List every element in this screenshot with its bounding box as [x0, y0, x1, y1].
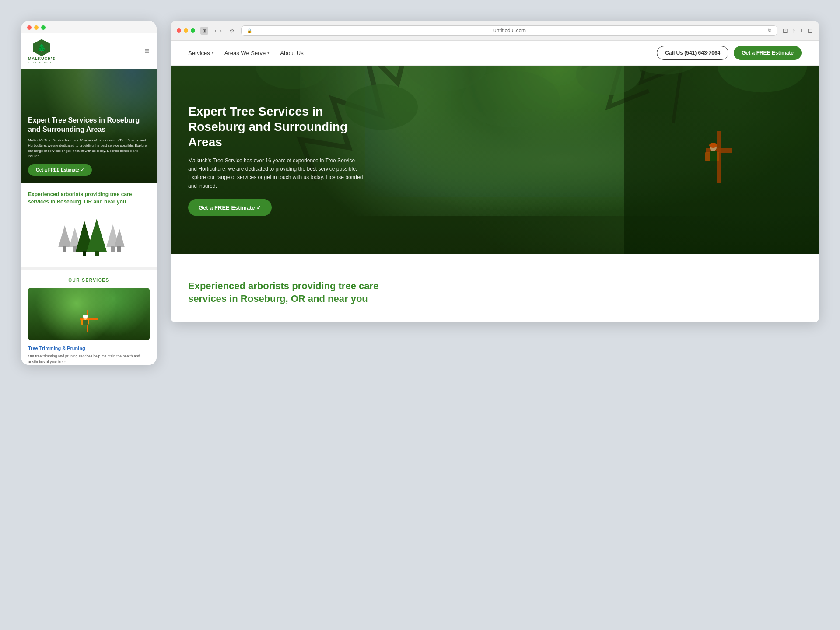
areas-label: Areas We Serve — [224, 50, 266, 56]
desktop-dot-red — [177, 28, 181, 33]
desktop-dot-yellow — [184, 28, 188, 33]
svg-marker-12 — [87, 219, 107, 252]
back-arrow[interactable]: ‹ — [214, 27, 217, 34]
tab-icon: ⊞ — [200, 27, 208, 35]
call-button[interactable]: Call Us (541) 643-7064 — [657, 46, 728, 60]
nav-link-areas[interactable]: Areas We Serve ▾ — [224, 50, 270, 56]
logo-icon: 🌲 — [32, 38, 51, 57]
share-icon[interactable]: ↑ — [792, 27, 795, 34]
mobile-logo-text: MALKUCH'S — [28, 57, 56, 61]
desktop-hero-content: Expert Tree Services in Roseburg and Sur… — [188, 104, 363, 216]
address-bar[interactable]: 🔒 untitledui.com ↻ — [241, 25, 777, 36]
sidebar-icon[interactable]: ⊟ — [808, 27, 813, 34]
desktop-hero-desc: Malkuch's Tree Service has over 16 years… — [188, 157, 363, 190]
desktop-arborist-title: Experienced arborists providing tree car… — [188, 280, 407, 305]
worker-svg — [71, 305, 106, 340]
browser-actions: ⊡ ↑ + ⊟ — [783, 27, 813, 34]
svg-text:🌲: 🌲 — [37, 43, 47, 53]
mobile-logo-sub: TREE SERVICE — [28, 61, 55, 64]
traffic-dot-green — [41, 25, 46, 30]
desktop-navbar: Services ▾ Areas We Serve ▾ About Us Cal… — [171, 41, 819, 66]
hamburger-icon[interactable]: ≡ — [144, 46, 150, 56]
mobile-nav: 🌲 MALKUCH'S TREE SERVICE ≡ — [21, 33, 157, 69]
desktop-nav-actions: Call Us (541) 643-7064 Get a FREE Estima… — [657, 46, 802, 60]
desktop-arborist-section: Experienced arborists providing tree car… — [171, 254, 819, 322]
lock-icon: 🔒 — [247, 28, 252, 33]
svg-rect-11 — [83, 251, 86, 256]
trees-svg — [45, 212, 133, 256]
mobile-traffic-lights — [21, 21, 157, 33]
mobile-hero: Expert Tree Services in Roseburg and Sur… — [21, 69, 157, 183]
nav-arrows: ‹ › — [214, 27, 223, 34]
svg-rect-18 — [83, 320, 88, 325]
svg-rect-13 — [95, 251, 99, 256]
desktop-cta-button[interactable]: Get a FREE Estimate ✓ — [188, 199, 272, 216]
svg-point-19 — [83, 315, 88, 318]
mobile-trees-graphic — [28, 212, 150, 256]
mobile-cta-button[interactable]: Get a FREE Estimate ✓ — [28, 164, 92, 176]
services-label: Services — [188, 50, 210, 56]
shield-icon: ⊙ — [228, 27, 236, 35]
desktop-traffic-lights — [177, 28, 195, 33]
mobile-hero-title: Expert Tree Services in Roseburg and Sur… — [28, 116, 150, 134]
mobile-service-card-title: Tree Trimming & Pruning — [28, 346, 150, 351]
refresh-icon[interactable]: ↻ — [767, 28, 772, 34]
url-text: untitledui.com — [255, 28, 764, 34]
desktop-hero-title: Expert Tree Services in Roseburg and Sur… — [188, 104, 363, 150]
mobile-hero-desc: Malkuch's Tree Service has over 16 years… — [28, 138, 150, 159]
new-tab-icon[interactable]: + — [800, 27, 803, 34]
mobile-arborist-title: Experienced arborists providing tree car… — [28, 191, 150, 206]
services-chevron: ▾ — [212, 51, 214, 55]
our-services-label: OUR SERVICES — [28, 278, 150, 283]
traffic-dot-red — [27, 25, 32, 30]
screen-share-icon[interactable]: ⊡ — [783, 27, 788, 34]
desktop-nav-links: Services ▾ Areas We Serve ▾ About Us — [188, 50, 304, 56]
mobile-service-image — [28, 288, 150, 340]
about-label: About Us — [280, 50, 303, 56]
desktop-estimate-button[interactable]: Get a FREE Estimate — [734, 46, 802, 60]
mobile-hero-content: Expert Tree Services in Roseburg and Sur… — [21, 109, 157, 183]
nav-link-services[interactable]: Services ▾ — [188, 50, 214, 56]
svg-rect-3 — [63, 246, 66, 252]
traffic-dot-yellow — [34, 25, 38, 30]
forward-arrow[interactable]: › — [219, 27, 223, 34]
mobile-our-services: OUR SERVICES Tree Trimming & Pruning Our… — [21, 270, 157, 365]
svg-marker-2 — [58, 225, 71, 247]
nav-link-about[interactable]: About Us — [280, 50, 303, 56]
desktop-dot-green — [191, 28, 195, 33]
mobile-mockup: 🌲 MALKUCH'S TREE SERVICE ≡ Expert Tree S… — [21, 21, 157, 365]
mobile-logo: 🌲 MALKUCH'S TREE SERVICE — [28, 38, 56, 64]
desktop-mockup: ⊞ ‹ › ⊙ 🔒 untitledui.com ↻ ⊡ ↑ + ⊟ Servi… — [171, 21, 819, 322]
svg-rect-7 — [111, 246, 115, 252]
desktop-hero: Expert Tree Services in Roseburg and Sur… — [171, 66, 819, 254]
svg-rect-9 — [117, 246, 121, 252]
mobile-service-card-desc: Our tree trimming and pruning services h… — [28, 354, 150, 365]
areas-chevron: ▾ — [267, 51, 270, 55]
desktop-browser-bar: ⊞ ‹ › ⊙ 🔒 untitledui.com ↻ ⊡ ↑ + ⊟ — [171, 21, 819, 41]
mobile-arborist-section: Experienced arborists providing tree car… — [21, 183, 157, 268]
